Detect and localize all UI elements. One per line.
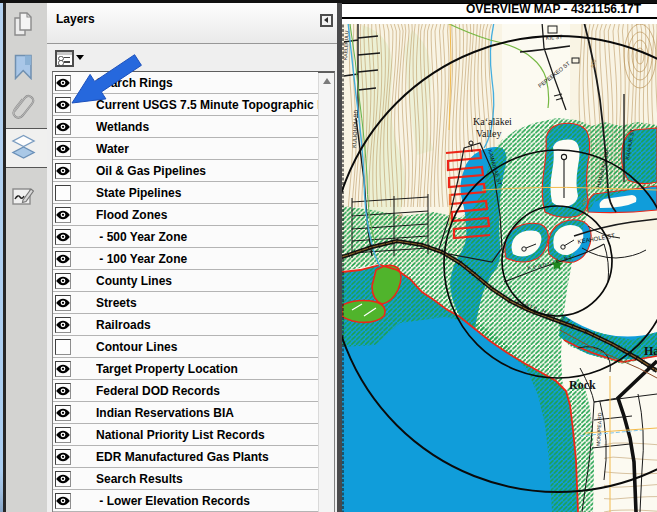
svg-text:Ha: Ha bbox=[644, 344, 657, 358]
svg-text:Rock: Rock bbox=[569, 378, 596, 392]
svg-text:Ka‘alākei: Ka‘alākei bbox=[473, 116, 512, 127]
svg-text:Valley: Valley bbox=[476, 128, 502, 139]
